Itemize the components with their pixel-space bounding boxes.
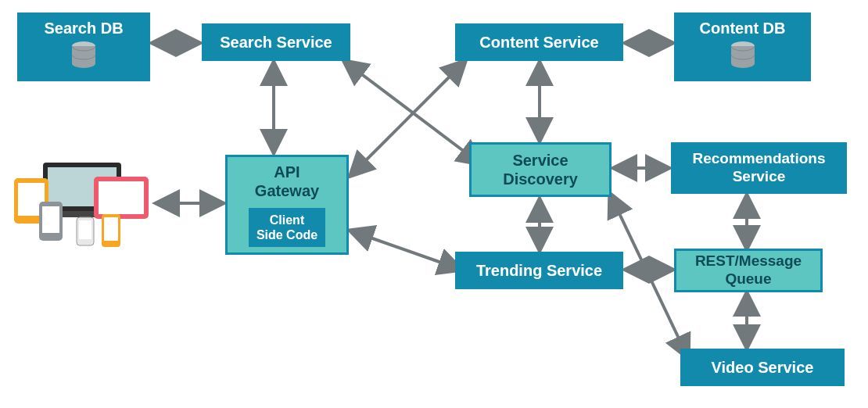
node-content-service: Content Service [455, 23, 623, 61]
label: Client Side Code [256, 213, 317, 242]
svg-rect-24 [42, 206, 59, 233]
label: Recommendations Service [693, 150, 826, 186]
label: Search DB [44, 19, 123, 38]
label: Video Service [712, 358, 814, 377]
node-rest-message-queue: REST/Message Queue [674, 249, 823, 292]
node-search-service: Search Service [202, 23, 350, 61]
svg-rect-28 [104, 217, 118, 241]
svg-line-5 [350, 61, 465, 176]
label: REST/Message Queue [695, 252, 802, 288]
node-recommendations-service: Recommendations Service [671, 142, 847, 194]
node-search-db: Search DB [17, 13, 150, 81]
svg-rect-22 [99, 181, 144, 214]
node-api-gateway: API Gateway Client Side Code [225, 155, 349, 255]
node-client-side-code: Client Side Code [249, 208, 325, 247]
label: Content Service [479, 33, 598, 52]
label: Search Service [220, 33, 332, 52]
label: Content DB [700, 19, 786, 38]
svg-rect-26 [79, 220, 91, 239]
svg-line-4 [344, 61, 481, 164]
node-trending-service: Trending Service [455, 252, 623, 289]
label: Trending Service [476, 261, 602, 280]
svg-line-9 [350, 231, 461, 270]
database-icon [730, 41, 756, 76]
label: Service Discovery [503, 151, 578, 188]
label: API Gateway [255, 163, 319, 200]
node-video-service: Video Service [680, 349, 845, 386]
node-content-db: Content DB [674, 13, 811, 81]
devices-icon [8, 156, 156, 250]
node-service-discovery: Service Discovery [469, 142, 612, 197]
database-icon [70, 41, 97, 76]
